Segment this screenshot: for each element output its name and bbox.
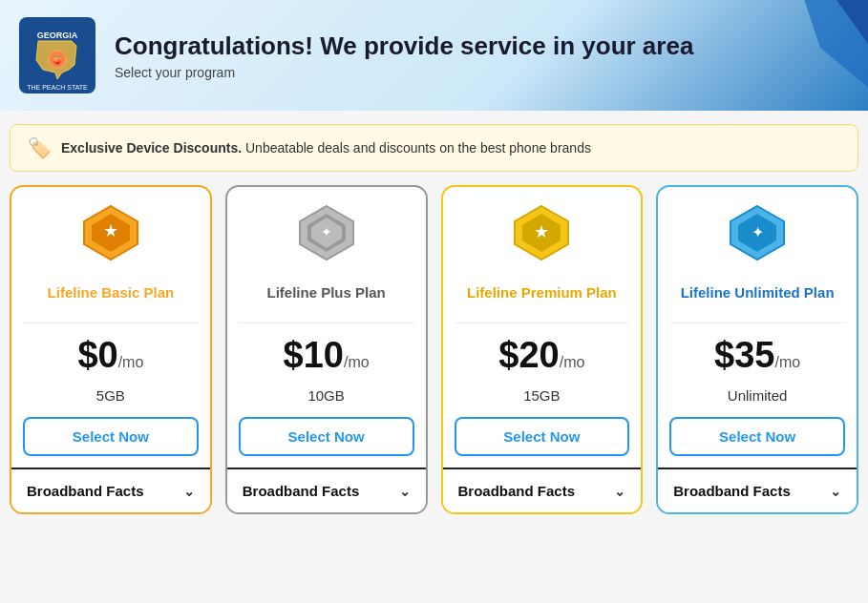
svg-text:GEORGIA: GEORGIA [37,31,78,40]
header: GEORGIA 🍑 THE PEACH STATE Congratulation… [0,0,868,111]
svg-text:🍑: 🍑 [53,55,62,65]
svg-text:THE PEACH STATE: THE PEACH STATE [27,84,88,91]
plan-price-plus: $10/mo [284,335,370,376]
plan-card-plus: ✦ Lifeline Plus Plan $10/mo 10GB Select … [225,185,428,514]
plan-icon-basic: ★ [80,202,141,263]
plan-name-plus: Lifeline Plus Plan [267,273,386,311]
select-button-premium[interactable]: Select Now [455,417,630,456]
plan-data-unlimited: Unlimited [728,387,788,404]
chevron-down-icon: ⌄ [614,484,625,499]
header-decoration [715,0,868,111]
svg-text:★: ★ [534,222,549,241]
chevron-down-icon: ⌄ [830,484,841,499]
broadband-facts-plus[interactable]: Broadband Facts ⌄ [227,468,426,512]
plan-card-basic: ★ Lifeline Basic Plan $0/mo 5GB Select N… [10,185,212,514]
plan-name-unlimited: Lifeline Unlimited Plan [681,273,835,311]
plan-icon-premium: ★ [511,202,572,263]
plan-name-premium: Lifeline Premium Plan [467,273,617,311]
plan-card-unlimited: ✦ Lifeline Unlimited Plan $35/mo Unlimit… [656,185,858,514]
plan-price-basic: $0/mo [77,335,143,376]
plan-icon-plus: ✦ [296,202,357,263]
select-button-unlimited[interactable]: Select Now [669,417,845,456]
header-text: Congratulations! We provide service in y… [115,31,693,80]
plans-container: ★ Lifeline Basic Plan $0/mo 5GB Select N… [0,185,868,524]
plan-card-premium: ★ Lifeline Premium Plan $20/mo 15GB Sele… [441,185,644,514]
select-button-basic[interactable]: Select Now [23,417,199,456]
exclusive-banner: 🏷️ Exclusive Device Discounts. Unbeatabl… [10,124,858,172]
plan-data-basic: 5GB [96,387,125,404]
georgia-logo: GEORGIA 🍑 THE PEACH STATE [19,17,95,94]
svg-text:✦: ✦ [321,224,332,239]
banner-icon: 🏷️ [28,136,52,159]
banner-text: Exclusive Device Discounts. Unbeatable d… [61,140,591,156]
header-subtitle: Select your program [115,65,693,80]
plan-name-basic: Lifeline Basic Plan [48,273,175,311]
broadband-facts-premium[interactable]: Broadband Facts ⌄ [443,468,642,512]
plan-data-premium: 15GB [523,387,560,404]
plan-price-premium: $20/mo [498,335,584,376]
broadband-facts-unlimited[interactable]: Broadband Facts ⌄ [658,468,857,512]
chevron-down-icon: ⌄ [183,484,195,499]
plan-price-unlimited: $35/mo [714,335,800,376]
svg-text:★: ★ [103,221,118,240]
broadband-facts-basic[interactable]: Broadband Facts ⌄ [11,468,210,512]
select-button-plus[interactable]: Select Now [239,417,414,456]
chevron-down-icon: ⌄ [399,484,411,499]
plan-data-plus: 10GB [307,387,344,404]
header-title: Congratulations! We provide service in y… [115,31,693,61]
svg-text:✦: ✦ [752,224,764,240]
plan-icon-unlimited: ✦ [727,202,788,263]
